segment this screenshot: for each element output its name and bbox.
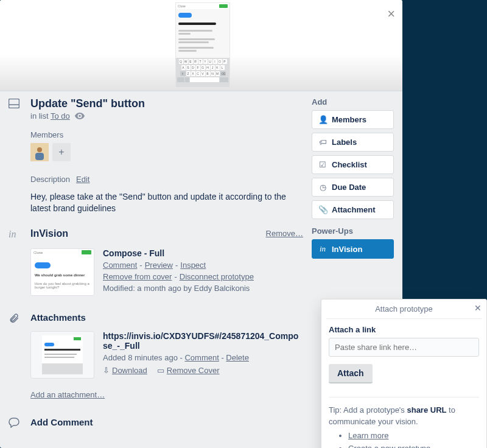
attachment-download-link[interactable]: ⇩Download	[103, 366, 147, 375]
invision-title: InVision	[30, 228, 258, 239]
svg-rect-5	[35, 153, 44, 160]
check-icon: ☑	[318, 160, 327, 169]
list-location: in list To do	[30, 111, 303, 121]
attachment-delete-link[interactable]: Delete	[226, 353, 249, 362]
invision-icon: in	[9, 228, 22, 240]
sidebar-members-button[interactable]: 👤Members	[312, 110, 394, 129]
sidebar-item-label: Due Date	[332, 183, 366, 192]
attachment-added: Added 8 minutes ago	[103, 353, 178, 362]
watch-icon[interactable]	[75, 113, 85, 119]
invision-thumbnail[interactable]: Close We should grab some dinner How do …	[30, 248, 94, 296]
popover-title: Attach prototype	[375, 304, 433, 313]
card-icon	[9, 97, 22, 108]
sidebar-powerups-heading: Power-Ups	[312, 226, 394, 236]
attachments-section: Attachments https://i	[9, 312, 303, 399]
cover-image[interactable]: Close QWERTYUIOP ASDFGHJKL ⇧ZXCVBNM⌫	[175, 2, 230, 88]
attach-button[interactable]: Attach	[329, 364, 373, 383]
in-list-prefix: in list	[30, 111, 49, 121]
attachment-comment-link[interactable]: Comment	[184, 353, 219, 362]
learn-more-link[interactable]: Learn more	[348, 431, 388, 440]
invision-inspect-link[interactable]: Inspect	[180, 261, 206, 270]
sidebar-duedate-button[interactable]: ◷Due Date	[312, 178, 394, 197]
add-comment-heading: Add Comment	[30, 417, 93, 427]
description-section: Description Edit Hey, please take at the…	[30, 175, 303, 214]
sidebar-item-label: Labels	[332, 138, 357, 147]
attachment-thumbnail[interactable]	[30, 331, 94, 379]
sidebar-labels-button[interactable]: 🏷Labels	[312, 133, 394, 152]
description-heading: Description	[30, 175, 70, 184]
attach-link-label: Attach a link	[329, 325, 479, 334]
invision-item-name[interactable]: Compose - Full	[103, 248, 303, 258]
invision-small-icon: in	[318, 244, 327, 254]
sidebar-checklist-button[interactable]: ☑Checklist	[312, 155, 394, 174]
sidebar-invision-powerup[interactable]: inInVision	[312, 239, 394, 259]
popover-tip: Tip: Add a prototype's share URL to comm…	[329, 397, 479, 448]
popover-close-icon[interactable]: ✕	[474, 303, 482, 313]
attachments-heading: Attachments	[30, 312, 86, 323]
tag-icon: 🏷	[318, 138, 327, 147]
svg-point-2	[79, 115, 80, 117]
member-avatar[interactable]	[30, 143, 49, 161]
add-member-button[interactable]: +	[52, 143, 71, 161]
create-prototype-link[interactable]: Create a new prototype	[348, 444, 430, 448]
comment-icon	[9, 416, 22, 428]
main-column: Update "Send" button in list To do Membe…	[9, 97, 303, 434]
attachment-remove-cover-link[interactable]: ▭Remove Cover	[157, 366, 220, 375]
svg-point-4	[37, 147, 42, 152]
invision-comment-link[interactable]: Comment	[103, 261, 137, 270]
invision-preview-link[interactable]: Preview	[145, 261, 173, 270]
svg-rect-0	[9, 99, 19, 108]
attachment-icon	[9, 312, 22, 324]
share-link-input[interactable]	[329, 338, 479, 357]
sidebar-attachment-button[interactable]: 📎Attachment	[312, 200, 394, 219]
list-link[interactable]: To do	[51, 111, 70, 121]
sidebar-item-label: Attachment	[332, 205, 376, 214]
invision-modified: Modified: a month ago by Eddy Balcikonis	[103, 284, 303, 293]
close-icon[interactable]: ×	[385, 5, 398, 23]
svg-text:in: in	[9, 229, 16, 239]
sidebar-item-label: Checklist	[332, 160, 367, 169]
attachment-url[interactable]: https://invis.io/CXD3YUDFS#/245871204_Co…	[103, 331, 303, 351]
user-icon: 👤	[318, 115, 327, 124]
members-heading: Members	[30, 130, 303, 139]
invision-remove-cover-link[interactable]: Remove from cover	[103, 272, 172, 281]
sidebar-add-heading: Add	[312, 97, 394, 107]
invision-remove-link[interactable]: Remove…	[266, 229, 303, 238]
cover-icon: ▭	[157, 366, 164, 375]
invision-disconnect-link[interactable]: Disconnect prototype	[180, 272, 254, 281]
edit-description-link[interactable]: Edit	[76, 175, 89, 184]
card-cover: Close QWERTYUIOP ASDFGHJKL ⇧ZXCVBNM⌫ ×	[0, 0, 402, 91]
add-attachment-link[interactable]: Add an attachment…	[30, 390, 105, 399]
clock-icon: ◷	[318, 183, 327, 192]
sidebar-item-label: Members	[332, 115, 366, 124]
description-text[interactable]: Hey, please take at the "Send" button an…	[30, 191, 303, 214]
clip-icon: 📎	[318, 205, 327, 214]
download-icon: ⇩	[103, 366, 110, 375]
sidebar-item-label: InVision	[332, 245, 362, 254]
members-section: Members +	[30, 130, 303, 161]
invision-section: in InVision Remove… Close We should grab…	[9, 228, 303, 296]
card-title[interactable]: Update "Send" button	[30, 97, 145, 110]
attach-prototype-popover: Attach prototype ✕ Attach a link Attach …	[321, 299, 487, 448]
